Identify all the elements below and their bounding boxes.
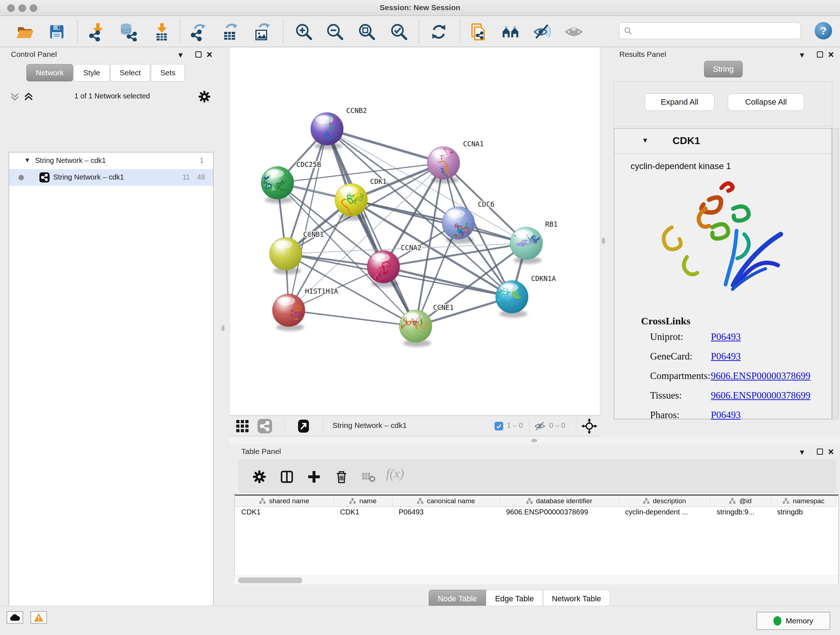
delete-column-trash-icon[interactable] [333, 469, 350, 485]
refresh-view-button[interactable] [428, 21, 449, 42]
panel-menu-icon[interactable]: ▼ [798, 51, 806, 59]
hidden-eye-slash-icon[interactable] [534, 420, 546, 433]
open-session-button[interactable] [14, 21, 35, 42]
crosslink-link[interactable]: P06493 [711, 351, 741, 362]
tab-sets[interactable]: Sets [151, 64, 185, 81]
zoom-selected-button[interactable] [388, 21, 409, 42]
zoom-fit-button[interactable] [356, 21, 377, 42]
network-canvas-svg: CCNB2CCNA1CDC25BCDK1CDC6RB1CCNB1CCNA2CDK… [230, 48, 600, 415]
table-options-gear-icon[interactable] [251, 469, 268, 485]
network-collection-row[interactable]: ▼ String Network – cdk1 1 [9, 152, 213, 169]
column-header-namespac[interactable]: namespac [771, 496, 837, 507]
crosslink-link[interactable]: P06493 [711, 409, 741, 421]
zoom-in-button[interactable] [294, 21, 314, 42]
splitter-grip[interactable] [602, 238, 605, 244]
column-header-database-identifier[interactable]: database identifier [500, 496, 619, 507]
expand-all-trees-button[interactable] [23, 91, 34, 103]
network-node-CDC6[interactable] [442, 207, 475, 247]
search-input[interactable] [632, 27, 791, 35]
tab-string[interactable]: String [704, 61, 743, 78]
statusbar-separator [323, 419, 323, 433]
warnings-button[interactable] [30, 611, 47, 624]
search-window-button[interactable] [500, 21, 521, 42]
collapse-entry-icon[interactable]: ▼ [642, 136, 649, 144]
column-header-description[interactable]: description [619, 496, 710, 507]
current-network-title: String Network – cdk1 [332, 421, 407, 430]
tab-node-table[interactable]: Node Table [429, 590, 486, 608]
network-node-CCNA1[interactable] [427, 147, 468, 185]
export-image-button[interactable] [252, 21, 273, 42]
tab-network-table[interactable]: Network Table [543, 590, 610, 608]
close-panel-icon[interactable]: × [207, 51, 212, 59]
network-row-selected[interactable]: String Network – cdk1 11 48 [9, 169, 213, 186]
close-panel-icon[interactable]: × [828, 448, 834, 456]
network-node-CCNA2[interactable] [367, 250, 400, 287]
level-of-detail-button[interactable] [563, 21, 584, 42]
collapse-all-button[interactable]: Collapse All [728, 93, 804, 111]
results-scrollbar[interactable] [832, 128, 838, 419]
network-node-CDC25B[interactable] [261, 166, 294, 203]
close-panel-icon[interactable]: × [828, 51, 834, 59]
export-network-button[interactable] [188, 21, 209, 42]
window-titlebar[interactable]: Session: New Session [0, 0, 840, 16]
column-header-name[interactable]: name [333, 496, 392, 507]
refresh-icon [429, 22, 448, 41]
grid-view-icon[interactable] [235, 419, 249, 435]
scrollbar-thumb[interactable] [238, 578, 302, 583]
cloud-services-button[interactable] [6, 611, 23, 624]
crosslink-row: Uniprot:P06493 [614, 331, 831, 351]
import-network-file-button[interactable] [87, 21, 108, 42]
crosslink-link[interactable]: 9606.ENSP00000378699 [711, 390, 810, 401]
expand-all-button[interactable]: Expand All [645, 93, 714, 111]
network-node-HIST1H1A[interactable] [272, 294, 309, 331]
export-table-button[interactable] [220, 21, 241, 42]
show-hide-graphics-button[interactable] [532, 21, 553, 42]
tab-network[interactable]: Network [27, 64, 73, 81]
collapse-all-trees-button[interactable] [9, 91, 20, 103]
tree-expand-icon[interactable]: ▼ [24, 157, 30, 164]
crosslink-link[interactable]: 9606.ENSP00000378699 [711, 371, 810, 382]
panel-menu-icon[interactable]: ▼ [798, 448, 806, 456]
network-share-view-icon[interactable] [257, 419, 272, 435]
tab-style[interactable]: Style [74, 64, 110, 81]
column-header-@id[interactable]: @id [710, 496, 771, 507]
network-view-canvas[interactable]: CCNB2CCNA1CDC25BCDK1CDC6RB1CCNB1CCNA2CDK… [229, 47, 600, 416]
save-session-button[interactable] [46, 21, 67, 42]
zoom-out-button[interactable] [325, 21, 346, 42]
import-network-database-button[interactable] [118, 21, 139, 42]
float-panel-icon[interactable] [817, 51, 823, 57]
network-options-gear-icon[interactable] [197, 90, 211, 105]
table-row[interactable]: CDK1CDK1P064939606.ENSP00000378699cyclin… [235, 507, 837, 517]
clipboard-session-button[interactable] [468, 21, 489, 42]
network-node-CCNB1[interactable] [270, 238, 302, 274]
help-button[interactable]: ? [815, 22, 832, 40]
panel-menu-icon[interactable]: ▼ [177, 51, 184, 59]
network-node-CDKN1A[interactable] [492, 280, 528, 318]
table-horizontal-scrollbar[interactable] [234, 576, 838, 584]
memory-button[interactable]: Memory [756, 612, 830, 630]
create-column-plus-icon[interactable] [306, 469, 322, 485]
gene-entry-header[interactable]: ▼ CDK1 [614, 128, 832, 154]
selected-checkbox[interactable] [494, 422, 503, 431]
splitter-grip[interactable] [531, 439, 537, 442]
fit-selected-crosshair-icon[interactable] [581, 418, 597, 435]
column-header-canonical-name[interactable]: canonical name [392, 496, 500, 507]
delete-table-icon[interactable] [360, 469, 377, 485]
float-panel-icon[interactable] [195, 51, 202, 57]
function-builder-icon[interactable]: f(x) [387, 465, 403, 482]
results-controls-box: Expand All Collapse All [614, 82, 832, 126]
network-node-CCNE1[interactable] [399, 307, 434, 347]
birdseye-view-icon[interactable] [296, 419, 311, 435]
splitter-grip[interactable] [221, 325, 225, 331]
crosslink-link[interactable]: P06493 [711, 331, 741, 342]
column-header-shared-name[interactable]: shared name [235, 496, 333, 507]
toolbar-search[interactable] [619, 22, 801, 39]
show-columns-icon[interactable] [279, 469, 295, 485]
import-table-file-button[interactable] [151, 21, 172, 42]
network-node-RB1[interactable] [510, 226, 543, 264]
network-node-CDK1[interactable] [335, 184, 368, 220]
tab-edge-table[interactable]: Edge Table [486, 590, 543, 608]
tab-select[interactable]: Select [111, 64, 150, 81]
float-panel-icon[interactable] [817, 448, 823, 455]
node-label-RB1: RB1 [545, 220, 557, 228]
